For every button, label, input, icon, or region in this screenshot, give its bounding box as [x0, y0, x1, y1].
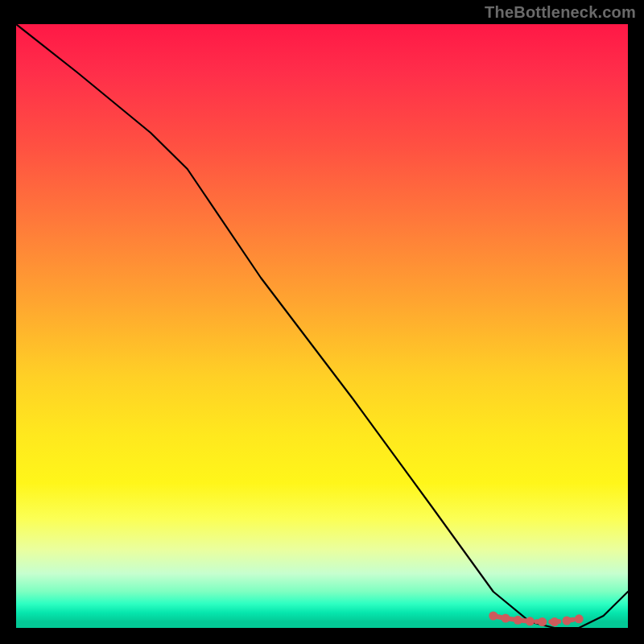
watermark-label: TheBottleneck.com [485, 3, 636, 22]
plot-outer [0, 0, 644, 644]
marker-dot [575, 614, 584, 623]
marker-dot [550, 617, 559, 626]
overlay-svg [16, 24, 628, 628]
marker-dot [563, 617, 572, 625]
marker-dot [514, 616, 522, 625]
plot-area [16, 24, 628, 628]
chart-container: TheBottleneck.com [0, 0, 644, 644]
marker-dot [526, 617, 535, 625]
marker-dot [538, 617, 547, 626]
marker-dot [489, 612, 497, 621]
bottleneck-curve [16, 24, 628, 628]
marker-dot [502, 614, 510, 623]
